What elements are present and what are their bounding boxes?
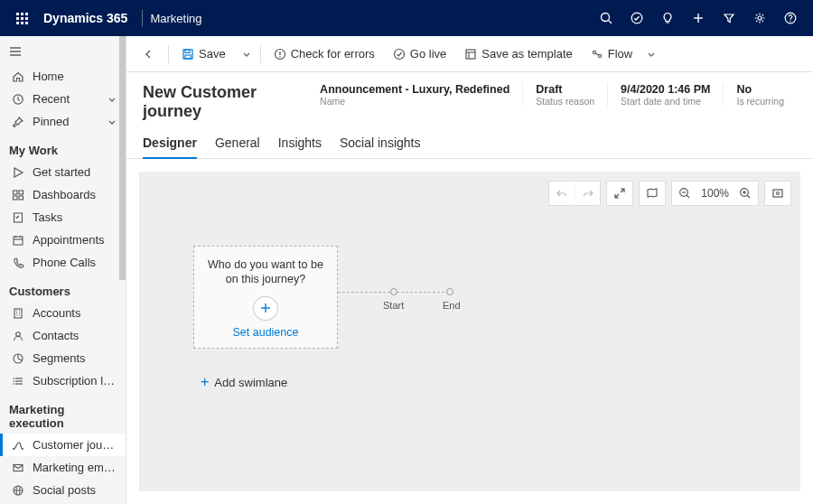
help-icon[interactable] <box>775 0 806 36</box>
brand-label: Dynamics 365 <box>36 11 135 25</box>
record-header: New Customer journey Announcement - Luxu… <box>126 72 813 125</box>
canvas-toolbar: 100% <box>548 181 791 206</box>
journey-icon <box>9 439 27 452</box>
header-field[interactable]: No Is recurring <box>723 83 797 107</box>
header-field[interactable]: Draft Status reason <box>522 83 607 107</box>
sidebar: Home Recent Pinned My Work Get started D… <box>0 36 126 504</box>
fit-button[interactable] <box>765 181 790 206</box>
advanced-find-icon[interactable] <box>714 0 744 36</box>
save-dropdown[interactable] <box>237 41 255 68</box>
add-audience-button[interactable] <box>253 296 278 322</box>
zoom-in-button[interactable] <box>733 181 758 206</box>
plus-icon: + <box>201 374 209 390</box>
segment-icon <box>9 352 27 365</box>
phone-icon <box>9 257 27 269</box>
building-icon <box>9 307 27 320</box>
save-template-button[interactable]: Save as template <box>457 41 579 68</box>
sidebar-item-customer-journeys[interactable]: Customer journeys <box>0 434 126 456</box>
back-button[interactable] <box>136 41 163 68</box>
sidebar-quick-home[interactable]: Home <box>0 65 126 88</box>
sidebar-item-social-posts[interactable]: Social posts <box>0 479 126 501</box>
task-icon <box>9 211 27 224</box>
settings-icon[interactable] <box>744 0 775 36</box>
sidebar-item-get-started[interactable]: Get started <box>0 161 126 183</box>
tab-designer[interactable]: Designer <box>143 130 197 159</box>
sidebar-item-subscription-lists[interactable]: Subscription lists <box>0 369 126 392</box>
home-icon <box>9 70 27 83</box>
mail-icon <box>9 462 27 474</box>
sidebar-item-marketing-emails[interactable]: Marketing emails <box>0 456 126 479</box>
clock-icon <box>9 93 27 106</box>
sidebar-group-title: Marketing execution <box>0 392 126 434</box>
tab-general[interactable]: General <box>215 130 260 158</box>
check-errors-button[interactable]: Check for errors <box>266 41 382 68</box>
designer-canvas[interactable]: 100% Who do you want to be on this journ… <box>139 172 800 491</box>
header-field[interactable]: Announcement - Luxury, Redefined Name <box>307 83 522 107</box>
app-launcher-icon[interactable] <box>7 13 36 24</box>
end-label: End <box>443 300 461 311</box>
audience-tile[interactable]: Who do you want to be on this journey? S… <box>193 246 338 349</box>
quick-create-icon[interactable] <box>683 0 714 36</box>
sidebar-item-dashboards[interactable]: Dashboards <box>0 183 126 206</box>
sidebar-quick-pinned[interactable]: Pinned <box>0 110 126 133</box>
module-label: Marketing <box>150 12 201 25</box>
list-icon <box>9 375 27 387</box>
expand-button[interactable] <box>607 181 632 206</box>
social-icon <box>9 484 27 497</box>
play-icon <box>9 166 27 179</box>
sidebar-item-appointments[interactable]: Appointments <box>0 229 126 251</box>
dash-icon <box>9 189 27 201</box>
page-title: New Customer journey <box>143 83 307 121</box>
sidebar-item-phone-calls[interactable]: Phone Calls <box>0 251 126 274</box>
set-audience-link[interactable]: Set audience <box>233 326 299 339</box>
sidebar-item-tasks[interactable]: Tasks <box>0 206 126 229</box>
start-label: Start <box>383 300 404 311</box>
tab-strip: DesignerGeneralInsightsSocial insights <box>126 125 813 159</box>
tab-social-insights[interactable]: Social insights <box>340 130 421 158</box>
flow-button[interactable]: Flow <box>584 41 663 68</box>
chevron-down-icon <box>106 94 117 105</box>
tab-insights[interactable]: Insights <box>278 130 322 158</box>
cal-icon <box>9 234 27 247</box>
nav-toggle[interactable] <box>0 42 126 65</box>
sidebar-item-segments[interactable]: Segments <box>0 347 126 369</box>
add-swimlane-button[interactable]: + Add swimlane <box>201 374 287 390</box>
zoom-out-button[interactable] <box>672 181 697 206</box>
redo-button[interactable] <box>575 181 600 206</box>
minimap-button[interactable] <box>640 181 665 206</box>
undo-button[interactable] <box>549 181 575 206</box>
chevron-down-icon <box>106 117 117 127</box>
app-bar: Dynamics 365 Marketing <box>0 0 813 36</box>
sidebar-quick-recent[interactable]: Recent <box>0 88 126 110</box>
sidebar-item-contacts[interactable]: Contacts <box>0 324 126 347</box>
end-node[interactable] <box>446 288 453 295</box>
zoom-level: 100% <box>697 187 733 200</box>
person-icon <box>9 330 27 342</box>
divider <box>142 10 143 26</box>
task-check-icon[interactable] <box>621 0 652 36</box>
sidebar-group-title: My Work <box>0 133 126 161</box>
pin-icon <box>9 116 27 128</box>
start-node[interactable] <box>390 288 397 295</box>
header-field[interactable]: 9/4/2020 1:46 PM Start date and time <box>607 83 723 107</box>
search-icon[interactable] <box>591 0 621 36</box>
assistant-icon[interactable] <box>652 0 683 36</box>
save-button[interactable]: Save <box>174 41 233 68</box>
sidebar-group-title: Customers <box>0 274 126 302</box>
audience-prompt: Who do you want to be on this journey? <box>201 257 330 287</box>
main-area: Save Check for errors Go live Save as te… <box>126 36 813 504</box>
go-live-button[interactable]: Go live <box>386 41 453 68</box>
command-bar: Save Check for errors Go live Save as te… <box>126 36 813 72</box>
scrollbar[interactable] <box>119 36 126 280</box>
journey-flow: Start End <box>338 287 455 309</box>
sidebar-item-accounts[interactable]: Accounts <box>0 302 126 324</box>
